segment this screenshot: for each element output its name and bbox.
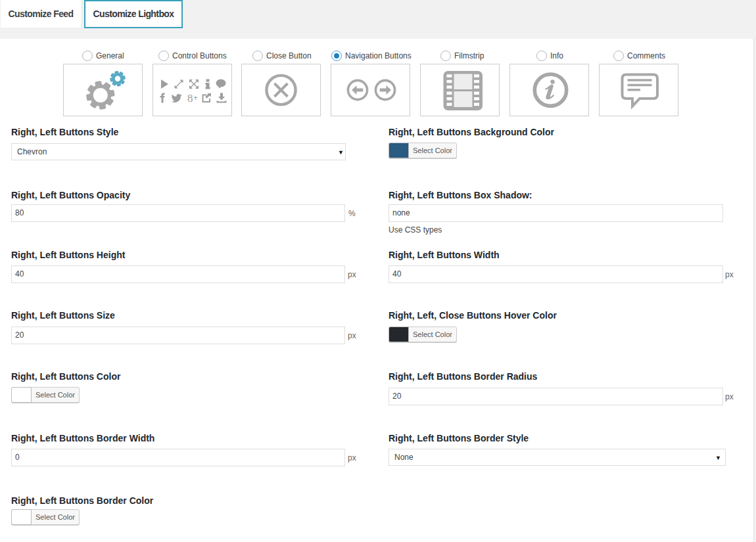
svg-text:8: 8 — [187, 92, 193, 104]
svg-text:+: + — [193, 93, 198, 102]
